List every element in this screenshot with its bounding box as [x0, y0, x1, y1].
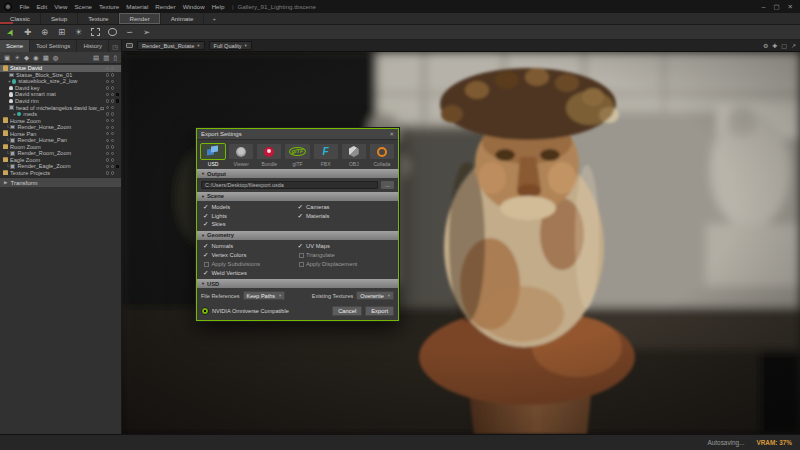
visibility-toggle-icon[interactable] [111, 67, 114, 70]
scene-tree-row[interactable]: └ Render_Eagle_Zoom [0, 163, 121, 170]
duplicate-icon[interactable]: ▥ [103, 54, 109, 62]
panel-tab[interactable]: Scene [0, 40, 30, 52]
visibility-toggle-icon[interactable] [111, 99, 114, 102]
visibility-toggle-icon[interactable] [111, 171, 114, 174]
transform-section-header[interactable]: ▶ Transform [0, 177, 121, 187]
menu-item[interactable]: View [51, 3, 71, 10]
geometry-section-header[interactable]: ▼ Geometry [197, 231, 398, 240]
scene-tree-row[interactable]: Statue_Block_Size_01 [0, 72, 121, 79]
dialog-title-bar[interactable]: Export Settings ✕ [197, 129, 398, 140]
format-obj[interactable]: OBJ [341, 143, 367, 167]
scene-tree-row[interactable]: Statue David [0, 65, 121, 72]
scene-tree-row[interactable]: David key [0, 85, 121, 92]
visibility-toggle-icon[interactable] [111, 93, 114, 96]
lock-toggle-icon[interactable] [106, 99, 109, 102]
lock-toggle-icon[interactable] [106, 93, 109, 96]
maximize-button[interactable]: ▢ [773, 3, 779, 11]
visibility-toggle-icon[interactable] [111, 126, 114, 129]
visibility-toggle-icon[interactable] [111, 119, 114, 122]
export-option-checkbox[interactable]: Apply Displacement [298, 259, 393, 268]
export-option-checkbox[interactable]: Weld Vertices [203, 268, 298, 277]
dialog-close-icon[interactable]: ✕ [389, 131, 394, 137]
format-bundle[interactable]: Bundle [256, 143, 282, 167]
lock-toggle-icon[interactable] [106, 145, 109, 148]
browse-button[interactable]: ... [381, 181, 394, 190]
add-workspace-tab-button[interactable]: + [204, 13, 224, 24]
visibility-toggle-icon[interactable] [111, 152, 114, 155]
scene-tree-row[interactable]: David rim [0, 98, 121, 105]
scene-tree-row[interactable]: └ Render_Room_Zoom [0, 150, 121, 157]
minimize-button[interactable]: – [762, 3, 766, 11]
select-tool-icon[interactable]: ➤ [3, 25, 18, 40]
light-tool-icon[interactable]: ☀ [73, 27, 84, 38]
visibility-toggle-icon[interactable] [111, 145, 114, 148]
add-camera-icon[interactable]: ▣ [4, 54, 10, 62]
export-option-checkbox[interactable]: Vertex Colors [203, 251, 298, 260]
file-references-dropdown[interactable]: Keep Paths ▾ [243, 291, 286, 300]
format-gltf[interactable]: glTF glTF [284, 143, 310, 167]
lock-toggle-icon[interactable] [106, 165, 109, 168]
format-collada[interactable]: Collada [369, 143, 395, 167]
scene-tree-row[interactable]: └ Render_Horse_Zoom [0, 124, 121, 131]
panel-tab[interactable]: Tool Settings [30, 40, 77, 52]
scene-tree-row[interactable]: David smart mat [0, 91, 121, 98]
visibility-toggle-icon[interactable] [111, 73, 114, 76]
lock-toggle-icon[interactable] [106, 126, 109, 129]
paint-select-tool-icon[interactable]: ➢ [141, 27, 152, 38]
workspace-tab[interactable]: Texture [78, 13, 119, 24]
scene-tree-row[interactable]: Room Zoom [0, 144, 121, 151]
menu-item[interactable]: Scene [71, 3, 96, 10]
scene-section-header[interactable]: ▼ Scene [197, 192, 398, 201]
export-option-checkbox[interactable]: Triangulate [298, 251, 393, 260]
frame-icon[interactable]: ▢ [781, 42, 787, 49]
export-option-checkbox[interactable]: Normals [203, 242, 298, 251]
output-path-field[interactable]: C:/Users/Desktop/fileexport.usda [201, 181, 378, 190]
format-usd[interactable]: USD [200, 143, 226, 167]
visibility-toggle-icon[interactable] [111, 132, 114, 135]
ellipse-select-tool-icon[interactable] [107, 27, 118, 38]
export-option-checkbox[interactable]: Skies [203, 220, 298, 229]
close-button[interactable]: ✕ [788, 3, 793, 11]
rotate-tool-icon[interactable]: ⊕ [39, 27, 50, 38]
gear-icon[interactable]: ⚙ [763, 42, 768, 49]
lasso-select-tool-icon[interactable]: ∽ [124, 27, 135, 38]
panel-tab[interactable]: History [77, 40, 109, 52]
export-option-checkbox[interactable]: UV Maps [298, 242, 393, 251]
lock-toggle-icon[interactable] [106, 73, 109, 76]
scene-tree-row[interactable]: + statueblock_size_2_low [0, 78, 121, 85]
visibility-toggle-icon[interactable] [111, 106, 114, 109]
scene-tree-row[interactable]: Horse Pan [0, 130, 121, 137]
menu-item[interactable]: Material [123, 3, 152, 10]
workspace-tab[interactable]: Render [119, 13, 160, 24]
workspace-tab[interactable]: Animate [161, 13, 205, 24]
format-viewer[interactable]: Viewer [228, 143, 254, 167]
visibility-toggle-icon[interactable] [111, 158, 114, 161]
lock-toggle-icon[interactable] [106, 171, 109, 174]
visibility-toggle-icon[interactable] [111, 80, 114, 83]
scene-tree-row[interactable]: Texture Projects [0, 170, 121, 177]
menu-item[interactable]: Edit [33, 3, 51, 10]
marquee-select-tool-icon[interactable] [90, 27, 101, 38]
camera-select-dropdown[interactable]: Render_Bust_Rotate ▾ [137, 41, 205, 50]
lock-toggle-icon[interactable] [106, 86, 109, 89]
move-icon[interactable]: ✚ [772, 42, 777, 49]
export-option-checkbox[interactable]: Cameras [298, 203, 393, 212]
menu-item[interactable]: Texture [96, 3, 123, 10]
scene-tree-row[interactable]: head of michelangelos david low_ca [0, 104, 121, 111]
scene-tree-row[interactable]: Eagle Zoom [0, 157, 121, 164]
export-button[interactable]: Export [365, 306, 394, 316]
menu-item[interactable]: Render [152, 3, 179, 10]
lock-toggle-icon[interactable] [106, 67, 109, 70]
delete-icon[interactable]: ▯ [113, 54, 117, 62]
lock-toggle-icon[interactable] [106, 132, 109, 135]
new-folder-icon[interactable]: ▤ [93, 54, 99, 62]
visibility-toggle-icon[interactable] [111, 86, 114, 89]
lock-toggle-icon[interactable] [106, 152, 109, 155]
export-option-checkbox[interactable]: Apply Subdivisions [203, 259, 298, 268]
scene-tree-row[interactable]: Horse Zoom [0, 117, 121, 124]
workspace-tab[interactable]: Setup [41, 13, 78, 24]
add-material-icon[interactable]: ◉ [33, 54, 39, 62]
visibility-toggle-icon[interactable] [111, 112, 114, 115]
menu-item[interactable]: Help [208, 3, 228, 10]
lock-toggle-icon[interactable] [106, 106, 109, 109]
